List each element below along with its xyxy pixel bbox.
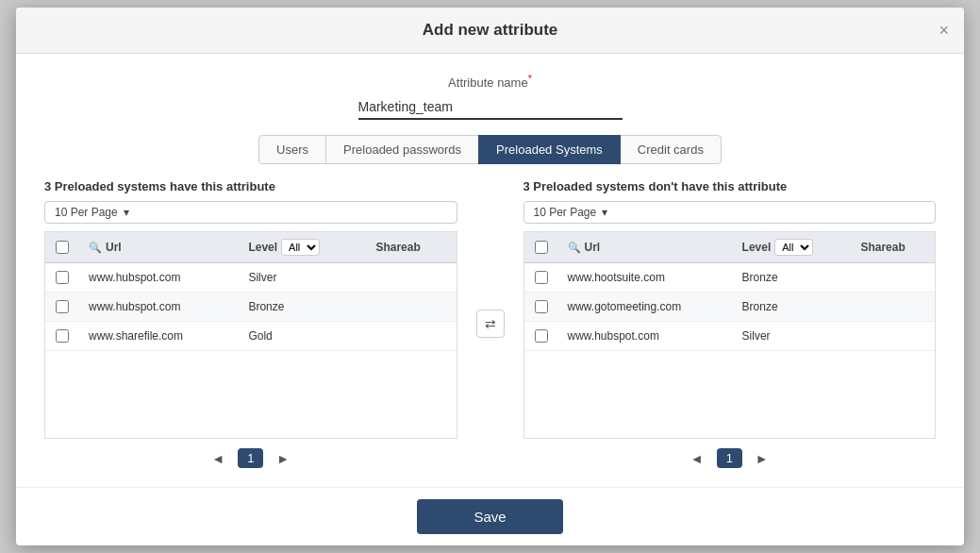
table-row: www.hubspot.com Silver (524, 322, 936, 351)
left-select-all-checkbox[interactable] (56, 241, 69, 254)
right-level-col: Level All (733, 232, 852, 263)
transfer-btn-area: ⇄ (467, 179, 514, 468)
table-row: www.hubspot.com Silver (45, 263, 457, 293)
right-level-filter[interactable]: All (774, 239, 813, 256)
left-per-page-select[interactable]: 10 Per Page ▾ (44, 201, 457, 224)
panels-row: 3 Preloaded systems have this attribute … (44, 179, 936, 468)
attribute-name-label: Attribute name* (448, 73, 532, 90)
table-row: www.hootsuite.com Bronze (524, 263, 936, 293)
left-level-filter[interactable]: All (281, 239, 320, 256)
right-select-all-checkbox[interactable] (535, 241, 548, 254)
row-shareable (366, 263, 456, 293)
row-level: Bronze (733, 263, 852, 293)
right-prev-page[interactable]: ◄ (685, 449, 709, 468)
row-url: www.hubspot.com (79, 293, 239, 322)
row-checkbox[interactable] (56, 271, 69, 284)
row-checkbox-cell (45, 322, 79, 351)
left-table-container: 🔍 Url Level All (44, 231, 457, 439)
modal-header: Add new attribute × (16, 8, 964, 54)
row-level: Silver (239, 263, 366, 293)
row-level: Gold (239, 322, 366, 351)
row-checkbox[interactable] (56, 329, 69, 343)
right-select-all-col (524, 232, 558, 263)
right-table: 🔍 Url Level All (524, 232, 936, 351)
attribute-name-input[interactable] (358, 95, 623, 120)
attribute-name-section: Attribute name* (44, 73, 936, 120)
left-prev-page[interactable]: ◄ (206, 449, 230, 468)
right-next-page[interactable]: ► (750, 449, 774, 468)
modal-title: Add new attribute (423, 21, 558, 40)
row-level: Bronze (239, 293, 366, 322)
row-url: www.gotomeeting.com (558, 293, 733, 322)
modal-footer: Save (16, 487, 964, 545)
row-checkbox-cell (524, 293, 558, 322)
row-shareable (851, 322, 935, 351)
row-checkbox-cell (45, 293, 79, 322)
left-panel-header: 3 Preloaded systems have this attribute (44, 179, 457, 193)
tabs-row: Users Preloaded passwords Preloaded Syst… (44, 135, 936, 164)
left-panel: 3 Preloaded systems have this attribute … (44, 179, 457, 468)
row-url: www.hootsuite.com (558, 263, 733, 293)
row-checkbox-cell (524, 322, 558, 351)
left-select-all-col (45, 232, 79, 263)
row-shareable (366, 322, 456, 351)
chevron-down-icon: ▾ (124, 206, 129, 219)
row-shareable (851, 293, 935, 322)
left-url-search-icon[interactable]: 🔍 (89, 242, 102, 254)
tab-users[interactable]: Users (258, 135, 326, 164)
left-page-1[interactable]: 1 (238, 448, 263, 468)
chevron-down-icon: ▾ (602, 206, 607, 219)
left-url-col: 🔍 Url (79, 232, 239, 263)
row-checkbox[interactable] (535, 300, 548, 313)
row-checkbox-cell (524, 263, 558, 293)
row-level: Silver (733, 322, 852, 351)
right-panel-header: 3 Preloaded systems don't have this attr… (523, 179, 937, 193)
table-row: www.hubspot.com Bronze (45, 293, 457, 322)
table-row: www.sharefile.com Gold (45, 322, 457, 351)
modal-overlay: Add new attribute × Attribute name* User… (0, 0, 980, 553)
row-checkbox[interactable] (535, 329, 548, 343)
left-next-page[interactable]: ► (271, 449, 295, 468)
row-shareable (851, 263, 935, 293)
row-shareable (366, 293, 456, 322)
right-panel: 3 Preloaded systems don't have this attr… (523, 179, 937, 468)
row-url: www.sharefile.com (79, 322, 239, 351)
save-button[interactable]: Save (417, 499, 562, 534)
right-url-search-icon[interactable]: 🔍 (568, 242, 581, 254)
right-page-1[interactable]: 1 (717, 448, 742, 468)
row-url: www.hubspot.com (79, 263, 239, 293)
tab-preloaded-systems[interactable]: Preloaded Systems (478, 135, 621, 164)
left-shareable-col: Shareab (366, 232, 456, 263)
row-checkbox[interactable] (535, 271, 548, 284)
modal-body: Attribute name* Users Preloaded password… (16, 54, 964, 487)
left-level-col: Level All (239, 232, 366, 263)
right-table-container: 🔍 Url Level All (523, 231, 937, 439)
right-per-page-select[interactable]: 10 Per Page ▾ (523, 201, 937, 224)
right-pagination: ◄ 1 ► (523, 448, 937, 468)
close-button[interactable]: × (938, 22, 949, 39)
right-url-col: 🔍 Url (558, 232, 733, 263)
transfer-button[interactable]: ⇄ (476, 310, 505, 338)
transfer-icon: ⇄ (485, 316, 496, 331)
row-checkbox[interactable] (56, 300, 69, 313)
left-pagination: ◄ 1 ► (44, 448, 457, 468)
row-level: Bronze (733, 293, 852, 322)
right-shareable-col: Shareab (851, 232, 935, 263)
tab-preloaded-passwords[interactable]: Preloaded passwords (325, 135, 479, 164)
tab-credit-cards[interactable]: Credit cards (620, 135, 722, 164)
row-url: www.hubspot.com (558, 322, 733, 351)
table-row: www.gotomeeting.com Bronze (524, 293, 936, 322)
left-table: 🔍 Url Level All (45, 232, 457, 351)
row-checkbox-cell (45, 263, 79, 293)
modal: Add new attribute × Attribute name* User… (16, 8, 964, 545)
